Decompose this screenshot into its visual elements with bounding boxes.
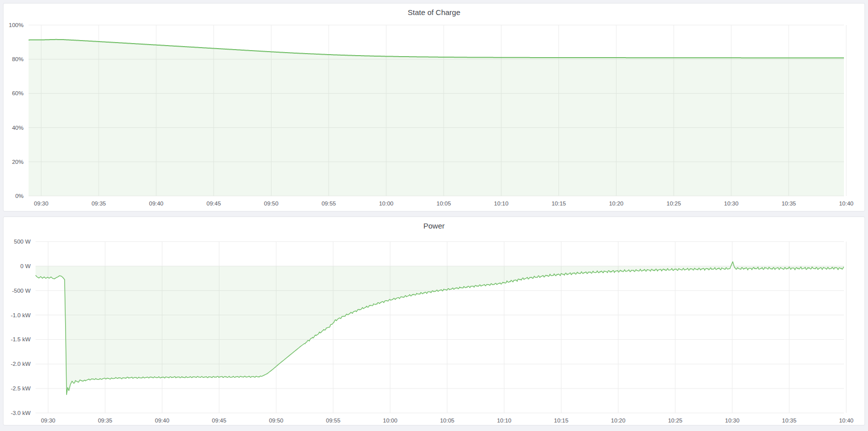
svg-text:09:50: 09:50 bbox=[269, 417, 283, 423]
svg-text:10:40: 10:40 bbox=[839, 200, 853, 206]
svg-text:10:30: 10:30 bbox=[724, 200, 739, 206]
svg-text:10:35: 10:35 bbox=[782, 417, 796, 423]
svg-text:10:10: 10:10 bbox=[497, 417, 511, 423]
svg-text:500 W: 500 W bbox=[14, 239, 31, 245]
state-of-charge-chart-canvas[interactable]: 09:3009:3509:4009:4509:5009:5510:0010:05… bbox=[4, 4, 864, 211]
svg-text:0%: 0% bbox=[15, 193, 24, 199]
svg-text:10:20: 10:20 bbox=[609, 200, 624, 206]
svg-text:80%: 80% bbox=[12, 56, 24, 62]
svg-text:10:15: 10:15 bbox=[551, 200, 566, 206]
svg-text:10:05: 10:05 bbox=[440, 417, 454, 423]
svg-text:10:00: 10:00 bbox=[383, 417, 398, 423]
svg-text:40%: 40% bbox=[12, 125, 24, 131]
y-axis-labels: 500 W0 W-500 W-1.0 kW-1.5 kW-2.0 kW-2.5 … bbox=[11, 239, 31, 416]
svg-text:10:20: 10:20 bbox=[611, 417, 626, 423]
svg-text:09:55: 09:55 bbox=[322, 200, 336, 206]
x-axis-labels: 09:3009:3509:4009:4509:5009:5510:0010:05… bbox=[34, 200, 853, 206]
svg-text:-2.5 kW: -2.5 kW bbox=[11, 385, 31, 391]
svg-text:10:25: 10:25 bbox=[668, 417, 683, 423]
svg-text:10:15: 10:15 bbox=[554, 417, 568, 423]
svg-text:09:40: 09:40 bbox=[149, 200, 163, 206]
svg-text:09:40: 09:40 bbox=[155, 417, 169, 423]
state-of-charge-panel-title[interactable]: State of Charge bbox=[4, 8, 864, 17]
power-panel: Power 09:3009:3509:4009:4509:5009:5510:0… bbox=[3, 217, 865, 425]
svg-text:09:50: 09:50 bbox=[264, 200, 278, 206]
svg-text:09:35: 09:35 bbox=[98, 417, 112, 423]
svg-text:-2.0 kW: -2.0 kW bbox=[11, 361, 31, 367]
x-axis-labels: 09:3009:3509:4009:4509:5009:5510:0010:05… bbox=[41, 417, 853, 423]
svg-text:09:45: 09:45 bbox=[206, 200, 221, 206]
svg-text:20%: 20% bbox=[12, 159, 24, 165]
svg-text:10:25: 10:25 bbox=[667, 200, 681, 206]
series-area-fill bbox=[29, 40, 844, 196]
svg-text:09:55: 09:55 bbox=[326, 417, 341, 423]
svg-text:-500 W: -500 W bbox=[12, 288, 31, 294]
power-panel-title[interactable]: Power bbox=[4, 222, 864, 230]
svg-text:-1.5 kW: -1.5 kW bbox=[11, 336, 31, 342]
state-of-charge-chart: 09:3009:3509:4009:4509:5009:5510:0010:05… bbox=[4, 4, 864, 211]
svg-text:10:40: 10:40 bbox=[839, 417, 853, 423]
svg-text:10:30: 10:30 bbox=[725, 417, 740, 423]
svg-text:10:10: 10:10 bbox=[494, 200, 508, 206]
svg-text:-3.0 kW: -3.0 kW bbox=[11, 410, 31, 416]
svg-text:60%: 60% bbox=[12, 90, 24, 96]
svg-text:09:30: 09:30 bbox=[34, 200, 49, 206]
svg-text:-1.0 kW: -1.0 kW bbox=[11, 312, 31, 318]
series-area-fill bbox=[36, 262, 844, 394]
power-chart: 09:3009:3509:4009:4509:5009:5510:0010:05… bbox=[4, 217, 864, 425]
y-axis-labels: 0%20%40%60%80%100% bbox=[9, 22, 24, 199]
svg-text:0 W: 0 W bbox=[21, 263, 31, 269]
svg-text:09:30: 09:30 bbox=[41, 417, 56, 423]
svg-text:10:35: 10:35 bbox=[781, 200, 796, 206]
svg-text:10:05: 10:05 bbox=[437, 200, 451, 206]
svg-text:09:45: 09:45 bbox=[212, 417, 226, 423]
state-of-charge-panel: State of Charge 09:3009:3509:4009:4509:5… bbox=[3, 3, 865, 211]
svg-text:100%: 100% bbox=[9, 22, 24, 28]
power-chart-canvas[interactable]: 09:3009:3509:4009:4509:5009:5510:0010:05… bbox=[4, 217, 864, 425]
svg-text:10:00: 10:00 bbox=[379, 200, 394, 206]
svg-text:09:35: 09:35 bbox=[92, 200, 106, 206]
